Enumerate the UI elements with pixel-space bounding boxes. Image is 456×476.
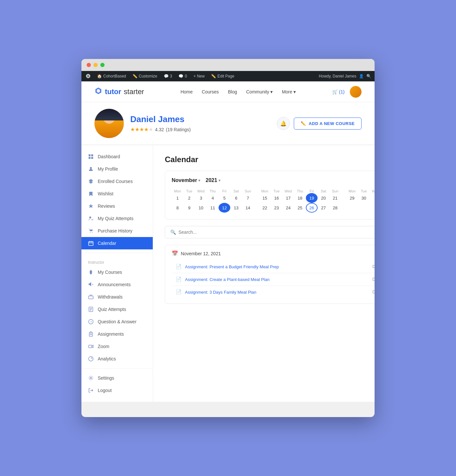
- event-list: 📄 Assignment: Present a Budget Friendly …: [172, 260, 375, 298]
- svg-rect-2: [89, 157, 91, 159]
- sidebar-item-quiz-attempts[interactable]: My Quiz Attempts: [81, 212, 153, 225]
- customize-btn[interactable]: ✏️ Customize: [131, 74, 159, 78]
- sidebar-label-analytics: Analytics: [98, 356, 116, 361]
- logo[interactable]: tutor starter: [94, 87, 144, 96]
- cal-day-7[interactable]: 7: [242, 193, 254, 203]
- sidebar-item-question-answer[interactable]: ? Question & Answer: [81, 315, 153, 328]
- bell-icon: 🔔: [280, 120, 287, 127]
- cal-day-9[interactable]: 9: [183, 203, 195, 213]
- cal-day-13[interactable]: 13: [230, 203, 242, 213]
- cal-day-11[interactable]: 11: [207, 203, 219, 213]
- sidebar-item-quiz-attempts-ins[interactable]: Quiz Attempts: [81, 303, 153, 315]
- rocket-icon: [88, 269, 94, 275]
- cal-hdr-sat2: Sat: [318, 189, 329, 193]
- cal-day-28[interactable]: 28: [329, 203, 341, 213]
- svg-rect-18: [89, 332, 93, 336]
- admin-bar-right: Howdy, Daniel James 👤 🔍: [319, 74, 371, 78]
- add-course-button[interactable]: ✏️ ADD A NEW COURSE: [294, 118, 362, 130]
- sidebar-item-my-courses[interactable]: My Courses: [81, 266, 153, 278]
- minimize-dot[interactable]: [93, 63, 98, 67]
- chart-icon: [88, 356, 94, 362]
- cal-day-22[interactable]: 22: [259, 203, 271, 213]
- cal-day-5[interactable]: 5: [219, 193, 230, 203]
- sidebar-item-logout[interactable]: Logout: [81, 384, 153, 397]
- sidebar-item-announcements[interactable]: Announcements: [81, 278, 153, 291]
- cal-day-23[interactable]: 23: [271, 203, 282, 213]
- search-icon[interactable]: 🔍: [366, 74, 371, 78]
- sidebar-item-analytics[interactable]: Analytics: [81, 353, 153, 365]
- cal-week-3: 15 16 17 18 19 20 21: [259, 193, 341, 203]
- wp-logo-btn[interactable]: 🅦: [85, 74, 92, 79]
- cal-day-14[interactable]: 14: [242, 203, 254, 213]
- cal-day-10[interactable]: 10: [195, 203, 207, 213]
- cal-day-18[interactable]: 18: [294, 193, 306, 203]
- sidebar-item-purchase-history[interactable]: Purchase History: [81, 225, 153, 237]
- sidebar-item-calendar[interactable]: Calendar: [81, 237, 153, 249]
- sidebar-item-withdrawals[interactable]: Withdrawals: [81, 291, 153, 303]
- nav-home[interactable]: Home: [180, 89, 192, 94]
- sidebar-item-zoom[interactable]: Zoom: [81, 340, 153, 353]
- nav-more[interactable]: More ▾: [282, 89, 296, 94]
- cal-day-27[interactable]: 27: [318, 203, 329, 213]
- new-btn[interactable]: + New: [192, 74, 206, 78]
- svg-text:?: ?: [90, 320, 92, 324]
- cal-day-30[interactable]: 30: [358, 193, 370, 203]
- user-avatar[interactable]: [350, 86, 362, 98]
- svg-rect-8: [89, 242, 93, 245]
- customize-label: Customize: [139, 74, 157, 78]
- year-select[interactable]: 2021 ▾: [206, 177, 221, 183]
- search-input[interactable]: [178, 230, 375, 235]
- cal-day-16[interactable]: 16: [271, 193, 282, 203]
- cart-icon: [88, 228, 94, 234]
- cal-day-26[interactable]: 26: [306, 203, 318, 213]
- edit-page-btn[interactable]: ✏️ Edit Page: [210, 74, 235, 78]
- cal-day-29[interactable]: 29: [346, 193, 358, 203]
- rating-stars: ★★★★★: [130, 126, 153, 133]
- event-title-0[interactable]: Assignment: Present a Budget Friendly Me…: [185, 264, 279, 269]
- maximize-dot[interactable]: [100, 63, 105, 67]
- close-dot[interactable]: [87, 63, 91, 67]
- sidebar-item-assignments[interactable]: Assignments: [81, 328, 153, 340]
- sidebar-item-dashboard[interactable]: Dashboard: [81, 150, 153, 163]
- year-label: 2021: [206, 177, 217, 183]
- event-row-1-left: 📄 Assignment: Create a Plant-based Meal …: [176, 276, 269, 282]
- cal-day-24[interactable]: 24: [282, 203, 294, 213]
- star-icon: [88, 203, 94, 209]
- sidebar-item-wishlist[interactable]: Wishlist: [81, 188, 153, 200]
- avatar-image: [350, 86, 362, 98]
- sidebar-item-reviews[interactable]: Reviews: [81, 200, 153, 212]
- cal-day-12[interactable]: 12: [219, 203, 230, 213]
- cal-day-19[interactable]: 19: [306, 193, 318, 203]
- user-icon: 👤: [359, 74, 364, 78]
- cal-day-2[interactable]: 2: [183, 193, 195, 203]
- cal-day-3[interactable]: 3: [195, 193, 207, 203]
- message-count: 0: [185, 74, 187, 78]
- gear-icon: [88, 375, 94, 381]
- nav-courses[interactable]: Courses: [202, 89, 219, 94]
- bell-button[interactable]: 🔔: [277, 117, 290, 130]
- nav-community[interactable]: Community ▾: [246, 89, 273, 94]
- cal-day-1[interactable]: 1: [172, 193, 183, 203]
- month-select[interactable]: November ▾: [172, 177, 200, 183]
- svg-rect-0: [89, 154, 91, 156]
- cal-day-21[interactable]: 21: [329, 193, 341, 203]
- home-icon: 🏠: [97, 74, 102, 78]
- cal-day-6[interactable]: 6: [230, 193, 242, 203]
- sidebar-item-enrolled-courses[interactable]: Enrolled Courses: [81, 175, 153, 188]
- cal-day-8[interactable]: 8: [172, 203, 183, 213]
- sidebar-item-settings[interactable]: Settings: [81, 372, 153, 384]
- cohortbased-btn[interactable]: 🏠 CohortBased: [96, 74, 127, 78]
- comments-btn[interactable]: 💬 3: [163, 74, 174, 78]
- sidebar-item-my-profile[interactable]: My Profile: [81, 163, 153, 175]
- cal-day-25[interactable]: 25: [294, 203, 306, 213]
- cart-button[interactable]: 🛒 (1): [332, 89, 345, 94]
- cal-day-20[interactable]: 20: [318, 193, 329, 203]
- messages-btn[interactable]: 🗨️ 0: [177, 74, 188, 78]
- event-title-2[interactable]: Assignment: 3 Days Family Meal Plan: [185, 290, 256, 295]
- cal-hdr-thu1: Thu: [207, 189, 219, 193]
- cal-day-17[interactable]: 17: [282, 193, 294, 203]
- nav-blog[interactable]: Blog: [228, 89, 237, 94]
- event-title-1[interactable]: Assignment: Create a Plant-based Meal Pl…: [185, 277, 269, 282]
- cal-day-15[interactable]: 15: [259, 193, 271, 203]
- cal-day-4[interactable]: 4: [207, 193, 219, 203]
